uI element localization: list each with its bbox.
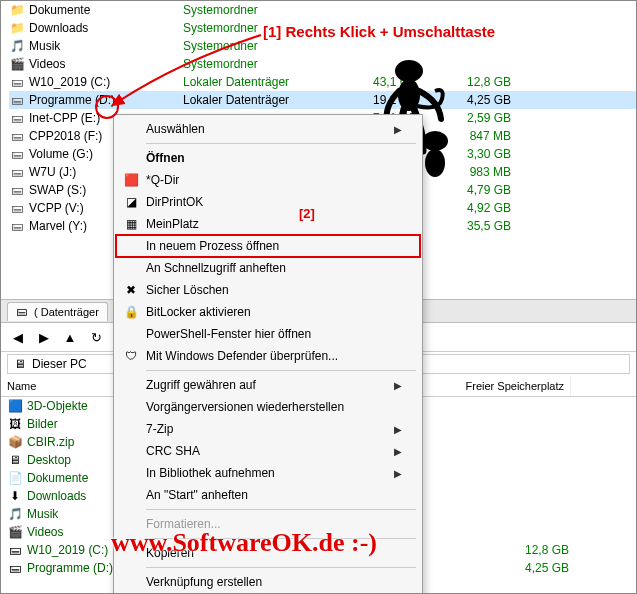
- item-icon: 🎬: [7, 524, 23, 540]
- menu-item[interactable]: Vorgängerversionen wiederherstellen: [116, 396, 420, 418]
- menu-icon: ▦: [122, 215, 140, 233]
- item-icon: 🎬: [9, 56, 25, 72]
- menu-item[interactable]: ▦MeinPlatz: [116, 213, 420, 235]
- annotation-1: [1] Rechts Klick + Umschalttaste: [263, 23, 495, 40]
- item-free: 2,59 GB: [421, 111, 511, 125]
- item-name: Downloads: [29, 21, 179, 35]
- submenu-arrow-icon: ▶: [394, 380, 402, 391]
- submenu-arrow-icon: ▶: [394, 424, 402, 435]
- menu-icon: 🛡: [122, 347, 140, 365]
- item-free: 4,79 GB: [421, 183, 511, 197]
- menu-label: PowerShell-Fenster hier öffnen: [146, 327, 311, 341]
- item-icon: 🖴: [7, 542, 23, 558]
- refresh-button[interactable]: ↻: [85, 326, 107, 348]
- item-icon: 🖴: [9, 218, 25, 234]
- item-icon: 🖴: [9, 128, 25, 144]
- menu-separator: [146, 567, 416, 568]
- menu-label: In neuem Prozess öffnen: [146, 239, 279, 253]
- item-icon: 🖴: [9, 200, 25, 216]
- menu-separator: [146, 370, 416, 371]
- nav-fwd-button[interactable]: ▶: [33, 326, 55, 348]
- menu-item[interactable]: PowerShell-Fenster hier öffnen: [116, 323, 420, 345]
- item-type: Systemordner: [183, 39, 323, 53]
- item-type: Systemordner: [183, 57, 323, 71]
- item-icon: 📁: [9, 2, 25, 18]
- item-icon: 🖴: [9, 164, 25, 180]
- menu-item[interactable]: In neuem Prozess öffnen: [116, 235, 420, 257]
- submenu-arrow-icon: ▶: [394, 446, 402, 457]
- item-name: W10_2019 (C:): [29, 75, 179, 89]
- item-icon: 🖼: [7, 416, 23, 432]
- menu-item[interactable]: In Bibliothek aufnehmen▶: [116, 462, 420, 484]
- menu-item[interactable]: Zugriff gewähren auf▶: [116, 374, 420, 396]
- annotation-circle: [95, 95, 119, 119]
- item-icon: 🎵: [9, 38, 25, 54]
- menu-label: *Q-Dir: [146, 173, 179, 187]
- submenu-arrow-icon: ▶: [394, 468, 402, 479]
- item-type: Lokaler Datenträger: [183, 75, 323, 89]
- menu-item[interactable]: 7-Zip▶: [116, 418, 420, 440]
- menu-item[interactable]: ◪DirPrintOK: [116, 191, 420, 213]
- menu-separator: [146, 143, 416, 144]
- menu-label: An "Start" anheften: [146, 488, 248, 502]
- tab-label: ( Datenträger: [34, 306, 99, 318]
- menu-label: DirPrintOK: [146, 195, 203, 209]
- menu-icon: 🔒: [122, 303, 140, 321]
- item-name: Videos: [29, 57, 179, 71]
- context-menu: Auswählen▶Öffnen🟥*Q-Dir◪DirPrintOK▦MeinP…: [113, 114, 423, 594]
- menu-item[interactable]: ✖Sicher Löschen: [116, 279, 420, 301]
- menu-icon: ✖: [122, 281, 140, 299]
- item-free: 4,25 GB: [419, 561, 569, 575]
- menu-item[interactable]: Öffnen: [116, 147, 420, 169]
- menu-label: BitLocker aktivieren: [146, 305, 251, 319]
- drive-row[interactable]: 🖴W10_2019 (C:)Lokaler Datenträger43,1 GB…: [9, 73, 636, 91]
- item-free: 12,8 GB: [419, 543, 569, 557]
- item-icon: ⬇: [7, 488, 23, 504]
- nav-up-button[interactable]: ▲: [59, 326, 81, 348]
- item-icon: 🖴: [9, 74, 25, 90]
- menu-label: Vorgängerversionen wiederherstellen: [146, 400, 344, 414]
- menu-label: An Schnellzugriff anheften: [146, 261, 286, 275]
- item-free: 4,25 GB: [421, 93, 511, 107]
- menu-item[interactable]: An Schnellzugriff anheften: [116, 257, 420, 279]
- menu-label: In Bibliothek aufnehmen: [146, 466, 275, 480]
- menu-item[interactable]: An "Start" anheften: [116, 484, 420, 506]
- crumb-label: Dieser PC: [32, 357, 87, 371]
- menu-label: 7-Zip: [146, 422, 173, 436]
- item-icon: 🖴: [7, 560, 23, 576]
- item-icon: 🖴: [9, 92, 25, 108]
- item-icon: 🖴: [9, 110, 25, 126]
- menu-icon: ◪: [122, 193, 140, 211]
- item-icon: 🖴: [9, 182, 25, 198]
- menu-item[interactable]: CRC SHA▶: [116, 440, 420, 462]
- item-free: 3,30 GB: [421, 147, 511, 161]
- item-icon: 📦: [7, 434, 23, 450]
- drive-row[interactable]: 📁DokumenteSystemordner: [9, 1, 636, 19]
- menu-label: CRC SHA: [146, 444, 200, 458]
- menu-item[interactable]: Verknüpfung erstellen: [116, 571, 420, 593]
- item-icon: 🎵: [7, 506, 23, 522]
- item-icon: 🖥: [7, 452, 23, 468]
- submenu-arrow-icon: ▶: [394, 124, 402, 135]
- item-icon: 📄: [7, 470, 23, 486]
- menu-item[interactable]: 🟥*Q-Dir: [116, 169, 420, 191]
- item-type: Lokaler Datenträger: [183, 93, 323, 107]
- item-free: 4,92 GB: [421, 201, 511, 215]
- pc-icon: 🖥: [14, 357, 26, 371]
- drive-row[interactable]: 🎬VideosSystemordner: [9, 55, 636, 73]
- item-free: 983 MB: [421, 165, 511, 179]
- col-free[interactable]: Freier Speicherplatz: [421, 376, 571, 396]
- drive-icon: 🖴: [16, 305, 30, 319]
- tab-drives[interactable]: 🖴 ( Datenträger: [7, 302, 108, 321]
- nav-back-button[interactable]: ◀: [7, 326, 29, 348]
- menu-separator: [146, 509, 416, 510]
- menu-item[interactable]: Auswählen▶: [116, 118, 420, 140]
- menu-label: Öffnen: [146, 151, 185, 165]
- item-size: 19,2 GB: [327, 93, 417, 107]
- item-name: Musik: [29, 39, 179, 53]
- menu-item[interactable]: 🛡Mit Windows Defender überprüfen...: [116, 345, 420, 367]
- item-size: 43,1 GB: [327, 75, 417, 89]
- menu-label: Mit Windows Defender überprüfen...: [146, 349, 338, 363]
- menu-item[interactable]: 🔒BitLocker aktivieren: [116, 301, 420, 323]
- item-icon: 📁: [9, 20, 25, 36]
